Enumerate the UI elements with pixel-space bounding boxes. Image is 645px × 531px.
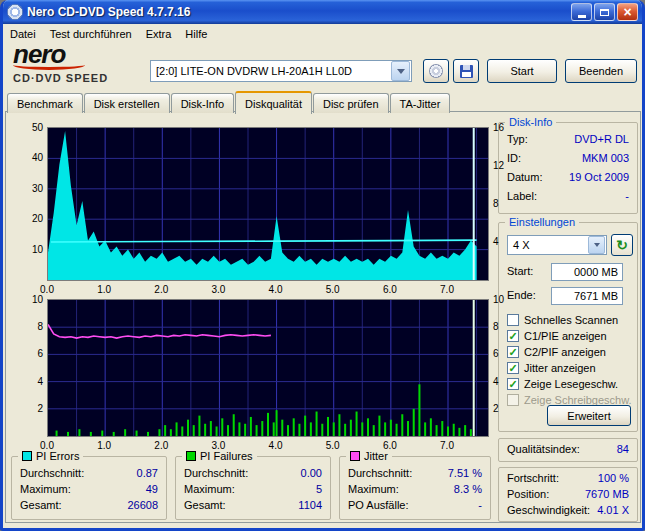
axis-tick-label: 0.0: [32, 440, 62, 451]
jitter-legend-icon: [350, 451, 360, 461]
drive-select-value: [2:0] LITE-ON DVDRW LH-20A1H LL0D: [151, 65, 390, 77]
axis-tick-label: 3.0: [203, 440, 233, 451]
axis-tick-label: 2: [493, 403, 517, 414]
axis-tick-label: 10: [9, 294, 43, 305]
tab-diskqualitaet[interactable]: Diskqualität: [235, 91, 312, 114]
disk-date-label: Datum:: [507, 171, 542, 183]
maximize-button[interactable]: [594, 3, 615, 21]
axis-tick-label: 10: [493, 294, 517, 305]
progress-group: Fortschritt:100 % Position:7670 MB Gesch…: [498, 467, 638, 522]
pi-errors-legend-icon: [22, 451, 32, 461]
disk-info-group: Disk-Info Typ:DVD+R DL ID:MKM 003 Datum:…: [498, 122, 638, 214]
total-value: 26608: [127, 499, 158, 511]
scan-end-input[interactable]: [551, 287, 623, 305]
drive-select[interactable]: [2:0] LITE-ON DVDRW LH-20A1H LL0D: [150, 60, 412, 82]
avg-label: Durchschnitt:: [184, 467, 248, 479]
tab-strip: Benchmark Disk erstellen Disk-Info Diskq…: [7, 91, 451, 113]
axis-tick-label: 50: [9, 122, 43, 133]
axis-tick-label: 2: [9, 403, 43, 414]
total-label: Gesamt:: [184, 499, 226, 511]
axis-tick-label: 5.0: [318, 440, 348, 451]
scan-start-label: Start:: [507, 265, 533, 277]
save-button[interactable]: [453, 59, 479, 83]
quality-index-group: Qualitätsindex:84: [498, 438, 638, 462]
avg-value: 7.51 %: [448, 467, 482, 479]
checkbox-schnelles-scannen[interactable]: Schnelles Scannen: [507, 313, 618, 327]
axis-tick-label: 12: [493, 160, 517, 171]
axis-tick-label: 4: [493, 376, 517, 387]
tab-benchmark[interactable]: Benchmark: [7, 93, 83, 113]
axis-tick-label: 20: [9, 213, 43, 224]
axis-tick-label: 8: [9, 321, 43, 332]
position-value: 7670 MB: [585, 488, 629, 500]
menu-bar: Datei Test durchführen Extra Hilfe: [3, 24, 642, 43]
speed-value: 4.01 X: [597, 504, 629, 516]
window-title: Nero CD-DVD Speed 4.7.7.16: [27, 5, 569, 19]
avg-value: 0.87: [137, 467, 158, 479]
minimize-button[interactable]: [571, 3, 592, 21]
advanced-button[interactable]: Erweitert: [547, 405, 631, 426]
pi-failures-jitter-chart: [47, 299, 489, 437]
axis-tick-label: 3.0: [203, 284, 233, 295]
avg-value: 0.00: [301, 467, 322, 479]
disk-type-label: Typ:: [507, 133, 528, 145]
max-label: Maximum:: [348, 483, 399, 495]
nero-logo-subtext: CD·DVD SPEED: [13, 72, 143, 84]
menu-hilfe[interactable]: Hilfe: [178, 26, 214, 42]
tab-disk-info[interactable]: Disk-Info: [171, 93, 234, 113]
axis-tick-label: 4.0: [261, 440, 291, 451]
tab-ta-jitter[interactable]: TA-Jitter: [390, 93, 451, 113]
pi-errors-title: PI Errors: [36, 450, 79, 462]
axis-tick-label: 4: [9, 376, 43, 387]
max-label: Maximum:: [20, 483, 71, 495]
disk-id-value: MKM 003: [582, 152, 629, 164]
app-window: Nero CD-DVD Speed 4.7.7.16 Datei Test du…: [0, 0, 645, 531]
axis-tick-label: 10: [9, 244, 43, 255]
checkbox-icon[interactable]: ✓: [507, 362, 519, 374]
avg-label: Durchschnitt:: [348, 467, 412, 479]
max-value: 49: [146, 483, 158, 495]
menu-extra[interactable]: Extra: [139, 26, 179, 42]
disc-info-button[interactable]: [423, 59, 449, 83]
chevron-down-icon[interactable]: [391, 61, 410, 81]
checkbox-c2-pif-anzeigen[interactable]: ✓C2/PIF anzeigen: [507, 345, 606, 359]
total-value: 1104: [298, 499, 322, 511]
disk-label-value: -: [625, 190, 629, 202]
tab-disk-erstellen[interactable]: Disk erstellen: [84, 93, 170, 113]
max-value: 5: [316, 483, 322, 495]
checkbox-c1-pie-anzeigen[interactable]: ✓C1/PIE anzeigen: [507, 329, 607, 343]
axis-tick-label: 6.0: [375, 440, 405, 451]
refresh-speeds-button[interactable]: [611, 234, 633, 256]
progress-value: 100 %: [598, 472, 629, 484]
chevron-down-icon[interactable]: [588, 236, 605, 254]
checkbox-zeige-lesegeschw[interactable]: ✓Zeige Lesegeschw.: [507, 377, 618, 391]
po-failures-value: -: [478, 499, 482, 511]
scan-speed-value: 4 X: [508, 239, 587, 251]
start-test-button[interactable]: Start: [487, 59, 557, 83]
scan-start-input[interactable]: [551, 263, 623, 281]
settings-title: Einstellungen: [505, 216, 579, 228]
app-icon: [7, 4, 23, 20]
axis-tick-label: 16: [493, 122, 517, 133]
pi-failures-title: PI Failures: [200, 450, 253, 462]
quit-button[interactable]: Beenden: [565, 59, 637, 83]
axis-tick-label: 6: [9, 348, 43, 359]
axis-tick-label: 2.0: [146, 284, 176, 295]
axis-tick-label: 1.0: [89, 284, 119, 295]
tab-disc-pruefen[interactable]: Disc prüfen: [313, 93, 389, 113]
total-label: Gesamt:: [20, 499, 62, 511]
quality-index-value: 84: [617, 443, 629, 455]
quality-index-label: Qualitätsindex:: [507, 443, 580, 455]
jitter-stats: Jitter Durchschnitt:7.51 % Maximum:8.3 %…: [339, 456, 491, 520]
pi-failures-legend-icon: [186, 451, 196, 461]
axis-tick-label: 6: [493, 348, 517, 359]
axis-tick-label: 8: [493, 321, 517, 332]
title-bar[interactable]: Nero CD-DVD Speed 4.7.7.16: [3, 0, 642, 24]
settings-group: Einstellungen 4 X Start: Ende: Schnelles…: [498, 222, 638, 432]
speed-label: Geschwindigkeit:: [507, 504, 590, 516]
checkbox-jitter-anzeigen[interactable]: ✓Jitter anzeigen: [507, 361, 596, 375]
axis-tick-label: 4.0: [261, 284, 291, 295]
axis-tick-label: 4: [493, 236, 517, 247]
scan-speed-select[interactable]: 4 X: [507, 235, 607, 255]
close-button[interactable]: [617, 3, 638, 21]
